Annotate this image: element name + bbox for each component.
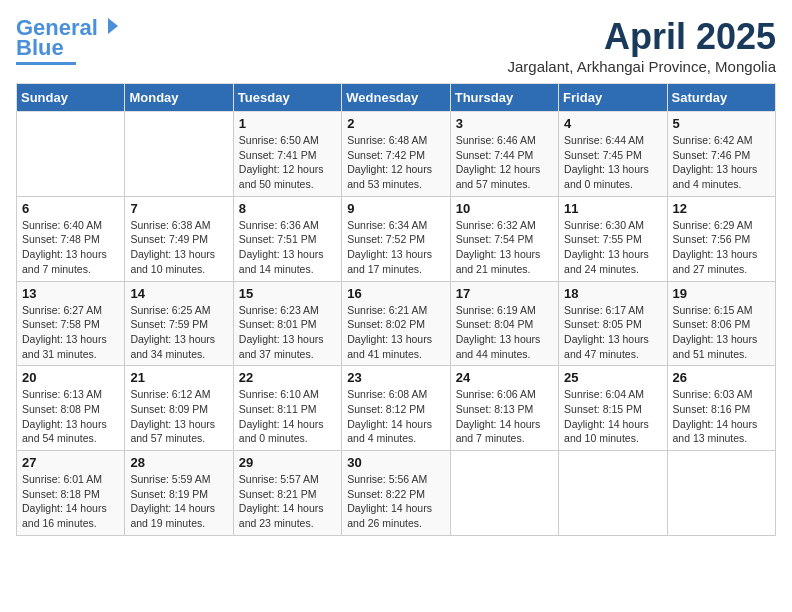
- title-section: April 2025 Jargalant, Arkhangai Province…: [508, 16, 777, 75]
- day-info: Sunrise: 6:19 AMSunset: 8:04 PMDaylight:…: [456, 303, 553, 362]
- day-info: Sunrise: 6:12 AMSunset: 8:09 PMDaylight:…: [130, 387, 227, 446]
- week-row-2: 6Sunrise: 6:40 AMSunset: 7:48 PMDaylight…: [17, 196, 776, 281]
- calendar-cell: 27Sunrise: 6:01 AMSunset: 8:18 PMDayligh…: [17, 451, 125, 536]
- calendar-cell: 2Sunrise: 6:48 AMSunset: 7:42 PMDaylight…: [342, 112, 450, 197]
- day-number: 7: [130, 201, 227, 216]
- week-row-3: 13Sunrise: 6:27 AMSunset: 7:58 PMDayligh…: [17, 281, 776, 366]
- calendar-cell: 1Sunrise: 6:50 AMSunset: 7:41 PMDaylight…: [233, 112, 341, 197]
- page-header: General Blue April 2025 Jargalant, Arkha…: [16, 16, 776, 75]
- day-number: 9: [347, 201, 444, 216]
- day-info: Sunrise: 6:08 AMSunset: 8:12 PMDaylight:…: [347, 387, 444, 446]
- day-number: 11: [564, 201, 661, 216]
- day-number: 17: [456, 286, 553, 301]
- logo-triangle-icon: [100, 16, 120, 36]
- logo-underline: [16, 62, 76, 65]
- day-info: Sunrise: 6:27 AMSunset: 7:58 PMDaylight:…: [22, 303, 119, 362]
- calendar-cell: 26Sunrise: 6:03 AMSunset: 8:16 PMDayligh…: [667, 366, 775, 451]
- calendar-cell: 28Sunrise: 5:59 AMSunset: 8:19 PMDayligh…: [125, 451, 233, 536]
- calendar-cell: 8Sunrise: 6:36 AMSunset: 7:51 PMDaylight…: [233, 196, 341, 281]
- day-info: Sunrise: 6:04 AMSunset: 8:15 PMDaylight:…: [564, 387, 661, 446]
- calendar-cell: [667, 451, 775, 536]
- day-number: 23: [347, 370, 444, 385]
- header-sunday: Sunday: [17, 84, 125, 112]
- calendar-cell: 5Sunrise: 6:42 AMSunset: 7:46 PMDaylight…: [667, 112, 775, 197]
- header-wednesday: Wednesday: [342, 84, 450, 112]
- day-number: 8: [239, 201, 336, 216]
- logo: General Blue: [16, 16, 120, 65]
- calendar-cell: 24Sunrise: 6:06 AMSunset: 8:13 PMDayligh…: [450, 366, 558, 451]
- day-number: 15: [239, 286, 336, 301]
- calendar-cell: 6Sunrise: 6:40 AMSunset: 7:48 PMDaylight…: [17, 196, 125, 281]
- calendar-cell: 12Sunrise: 6:29 AMSunset: 7:56 PMDayligh…: [667, 196, 775, 281]
- header-saturday: Saturday: [667, 84, 775, 112]
- day-number: 13: [22, 286, 119, 301]
- calendar-cell: 18Sunrise: 6:17 AMSunset: 8:05 PMDayligh…: [559, 281, 667, 366]
- day-number: 22: [239, 370, 336, 385]
- calendar-cell: 30Sunrise: 5:56 AMSunset: 8:22 PMDayligh…: [342, 451, 450, 536]
- calendar-cell: 7Sunrise: 6:38 AMSunset: 7:49 PMDaylight…: [125, 196, 233, 281]
- day-number: 24: [456, 370, 553, 385]
- day-info: Sunrise: 6:46 AMSunset: 7:44 PMDaylight:…: [456, 133, 553, 192]
- logo-blue: Blue: [16, 36, 64, 60]
- day-info: Sunrise: 6:15 AMSunset: 8:06 PMDaylight:…: [673, 303, 770, 362]
- day-number: 19: [673, 286, 770, 301]
- calendar-cell: 15Sunrise: 6:23 AMSunset: 8:01 PMDayligh…: [233, 281, 341, 366]
- day-number: 12: [673, 201, 770, 216]
- calendar-cell: 23Sunrise: 6:08 AMSunset: 8:12 PMDayligh…: [342, 366, 450, 451]
- week-row-1: 1Sunrise: 6:50 AMSunset: 7:41 PMDaylight…: [17, 112, 776, 197]
- svg-marker-0: [108, 18, 118, 34]
- day-number: 6: [22, 201, 119, 216]
- day-info: Sunrise: 6:50 AMSunset: 7:41 PMDaylight:…: [239, 133, 336, 192]
- day-info: Sunrise: 6:40 AMSunset: 7:48 PMDaylight:…: [22, 218, 119, 277]
- day-info: Sunrise: 6:21 AMSunset: 8:02 PMDaylight:…: [347, 303, 444, 362]
- day-number: 25: [564, 370, 661, 385]
- day-info: Sunrise: 6:48 AMSunset: 7:42 PMDaylight:…: [347, 133, 444, 192]
- day-info: Sunrise: 6:34 AMSunset: 7:52 PMDaylight:…: [347, 218, 444, 277]
- calendar-cell: 14Sunrise: 6:25 AMSunset: 7:59 PMDayligh…: [125, 281, 233, 366]
- week-row-4: 20Sunrise: 6:13 AMSunset: 8:08 PMDayligh…: [17, 366, 776, 451]
- calendar-body: 1Sunrise: 6:50 AMSunset: 7:41 PMDaylight…: [17, 112, 776, 536]
- calendar-cell: 21Sunrise: 6:12 AMSunset: 8:09 PMDayligh…: [125, 366, 233, 451]
- day-info: Sunrise: 6:10 AMSunset: 8:11 PMDaylight:…: [239, 387, 336, 446]
- calendar-cell: [17, 112, 125, 197]
- day-number: 21: [130, 370, 227, 385]
- calendar-cell: [125, 112, 233, 197]
- day-number: 20: [22, 370, 119, 385]
- day-number: 26: [673, 370, 770, 385]
- day-info: Sunrise: 5:59 AMSunset: 8:19 PMDaylight:…: [130, 472, 227, 531]
- day-info: Sunrise: 6:42 AMSunset: 7:46 PMDaylight:…: [673, 133, 770, 192]
- day-info: Sunrise: 6:23 AMSunset: 8:01 PMDaylight:…: [239, 303, 336, 362]
- day-number: 29: [239, 455, 336, 470]
- calendar-cell: 13Sunrise: 6:27 AMSunset: 7:58 PMDayligh…: [17, 281, 125, 366]
- calendar-cell: 9Sunrise: 6:34 AMSunset: 7:52 PMDaylight…: [342, 196, 450, 281]
- month-title: April 2025: [508, 16, 777, 58]
- location-title: Jargalant, Arkhangai Province, Mongolia: [508, 58, 777, 75]
- day-info: Sunrise: 5:56 AMSunset: 8:22 PMDaylight:…: [347, 472, 444, 531]
- day-info: Sunrise: 6:03 AMSunset: 8:16 PMDaylight:…: [673, 387, 770, 446]
- day-number: 2: [347, 116, 444, 131]
- day-info: Sunrise: 6:13 AMSunset: 8:08 PMDaylight:…: [22, 387, 119, 446]
- calendar-header: SundayMondayTuesdayWednesdayThursdayFrid…: [17, 84, 776, 112]
- calendar-cell: 4Sunrise: 6:44 AMSunset: 7:45 PMDaylight…: [559, 112, 667, 197]
- calendar-cell: 29Sunrise: 5:57 AMSunset: 8:21 PMDayligh…: [233, 451, 341, 536]
- day-number: 4: [564, 116, 661, 131]
- day-info: Sunrise: 6:29 AMSunset: 7:56 PMDaylight:…: [673, 218, 770, 277]
- calendar-cell: 16Sunrise: 6:21 AMSunset: 8:02 PMDayligh…: [342, 281, 450, 366]
- calendar-cell: 11Sunrise: 6:30 AMSunset: 7:55 PMDayligh…: [559, 196, 667, 281]
- calendar-cell: 19Sunrise: 6:15 AMSunset: 8:06 PMDayligh…: [667, 281, 775, 366]
- header-tuesday: Tuesday: [233, 84, 341, 112]
- calendar-cell: [559, 451, 667, 536]
- day-info: Sunrise: 5:57 AMSunset: 8:21 PMDaylight:…: [239, 472, 336, 531]
- day-info: Sunrise: 6:01 AMSunset: 8:18 PMDaylight:…: [22, 472, 119, 531]
- day-number: 14: [130, 286, 227, 301]
- header-monday: Monday: [125, 84, 233, 112]
- calendar-cell: 3Sunrise: 6:46 AMSunset: 7:44 PMDaylight…: [450, 112, 558, 197]
- day-number: 27: [22, 455, 119, 470]
- header-friday: Friday: [559, 84, 667, 112]
- day-info: Sunrise: 6:25 AMSunset: 7:59 PMDaylight:…: [130, 303, 227, 362]
- day-info: Sunrise: 6:17 AMSunset: 8:05 PMDaylight:…: [564, 303, 661, 362]
- header-thursday: Thursday: [450, 84, 558, 112]
- calendar-cell: [450, 451, 558, 536]
- calendar-cell: 20Sunrise: 6:13 AMSunset: 8:08 PMDayligh…: [17, 366, 125, 451]
- day-number: 5: [673, 116, 770, 131]
